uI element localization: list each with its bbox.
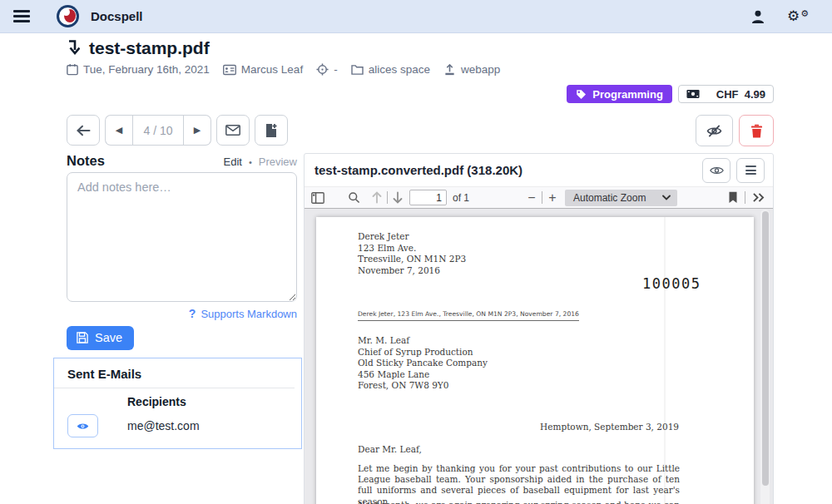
attachment-menu-button[interactable] — [736, 158, 765, 183]
prev-item-button[interactable]: ◀ — [105, 115, 132, 146]
letter-dateline: Hemptown, September 3, 2019 — [358, 422, 679, 433]
custom-field-amount-badge[interactable]: CHF 4.99 — [678, 85, 774, 103]
next-item-button[interactable]: ▶ — [184, 115, 211, 146]
view-email-button[interactable] — [67, 414, 98, 437]
item-meta-row: Tue, February 16th, 2021 Marcus Leaf - — [67, 63, 774, 76]
letter-body-paragraph: Let me begin by thanking you for your pa… — [358, 463, 680, 504]
send-mail-button[interactable] — [216, 115, 250, 146]
page-count-label: of 1 — [453, 192, 469, 204]
back-button[interactable] — [67, 115, 100, 146]
eye-slash-icon — [706, 124, 722, 138]
app-title: Docspell — [91, 9, 143, 23]
crosshair-icon — [316, 63, 329, 76]
add-file-button[interactable] — [255, 115, 288, 146]
top-navbar: Docspell ⚙⚙ — [0, 0, 832, 33]
sent-emails-panel: Sent E-Mails Recipients — [53, 358, 302, 449]
more-tools-icon[interactable] — [752, 192, 765, 203]
pdf-page: Derek Jeter 123 Elm Ave. Treesville, ON … — [316, 217, 754, 504]
item-correspondent: Marcus Leaf — [223, 63, 303, 76]
list-icon — [745, 164, 756, 177]
notes-link-separator: • — [249, 157, 252, 167]
menu-icon[interactable] — [13, 7, 30, 26]
zoom-select[interactable]: Automatic Zoom — [565, 190, 677, 206]
floppy-icon — [77, 332, 88, 343]
item-source: webapp — [443, 63, 500, 76]
user-icon[interactable] — [750, 9, 765, 24]
docspell-logo[interactable] — [57, 5, 79, 27]
pdf-scrollbar-thumb[interactable] — [762, 211, 769, 486]
letter-sender-block: Derek Jeter 123 Elm Ave. Treesville, ON … — [358, 231, 466, 276]
eye-icon — [710, 166, 724, 175]
page-number-input[interactable] — [409, 190, 447, 205]
item-concerning: - — [316, 63, 338, 76]
tag-icon — [576, 89, 587, 100]
next-page-icon[interactable] — [392, 191, 404, 204]
notes-heading: Notes — [67, 153, 105, 169]
hide-sidebar-button[interactable] — [696, 115, 733, 146]
pdf-scrollbar — [760, 210, 770, 504]
pdfjs-toolbar: of 1 − + Automatic Zoom — [305, 186, 773, 209]
sidebar-toggle-icon[interactable] — [311, 192, 324, 204]
tag-badge-programming[interactable]: Programming — [567, 85, 672, 103]
folder-icon — [351, 64, 364, 75]
notes-preview-link[interactable]: Preview — [259, 156, 297, 168]
pager-position: 4 / 10 — [132, 115, 184, 146]
chevron-down-icon — [662, 195, 671, 200]
zoom-in-icon[interactable]: + — [547, 190, 558, 205]
item-date: Tue, February 16th, 2021 — [67, 63, 210, 76]
upload-icon — [443, 64, 456, 76]
attachment-filename: test-stamp.converted.pdf (318.20K) — [314, 163, 522, 177]
recipients-header: Recipients — [127, 388, 295, 414]
item-folder: alices space — [351, 63, 430, 76]
page-title: test-stamp.pdf — [89, 38, 210, 58]
sent-emails-heading: Sent E-Mails — [67, 367, 295, 381]
search-icon[interactable] — [348, 191, 360, 204]
download-arrow-icon — [67, 39, 80, 57]
letter-salutation: Dear Mr. Leaf, — [358, 444, 422, 456]
calendar-icon — [67, 63, 78, 76]
settings-gears-icon[interactable]: ⚙⚙ — [787, 8, 807, 25]
pdf-attachment-panel: test-stamp.converted.pdf (318.20K) — [304, 153, 774, 504]
letter-recipient-block: Mr. M. Leaf Chief of Syrup Production Ol… — [358, 335, 488, 392]
pdf-viewer-area: Derek Jeter 123 Elm Ave. Treesville, ON … — [305, 209, 773, 504]
letter-body-partial: Next month, we are again preparing our s… — [358, 500, 680, 504]
supports-markdown-link[interactable]: Supports Markdown — [201, 308, 297, 320]
delete-button[interactable] — [739, 115, 774, 146]
save-notes-button[interactable]: Save — [67, 326, 134, 350]
trash-icon — [750, 124, 763, 138]
previous-page-icon[interactable] — [371, 191, 383, 204]
item-pager: ◀ 4 / 10 ▶ — [105, 115, 211, 146]
zoom-out-icon[interactable]: − — [526, 190, 537, 205]
recipient-email: me@test.com — [127, 419, 295, 432]
notes-input[interactable] — [67, 172, 297, 302]
preview-attachment-button[interactable] — [702, 158, 730, 183]
question-icon[interactable]: ? — [189, 307, 196, 320]
id-card-icon — [223, 64, 236, 76]
notes-edit-link[interactable]: Edit — [223, 156, 241, 168]
letter-return-address-line: Derek Jeter, 123 Elm Ave., Treesville, O… — [358, 310, 579, 321]
eye-icon — [77, 422, 89, 431]
document-number-stamp: 100005 — [642, 275, 701, 292]
bookmark-icon[interactable] — [728, 191, 738, 204]
